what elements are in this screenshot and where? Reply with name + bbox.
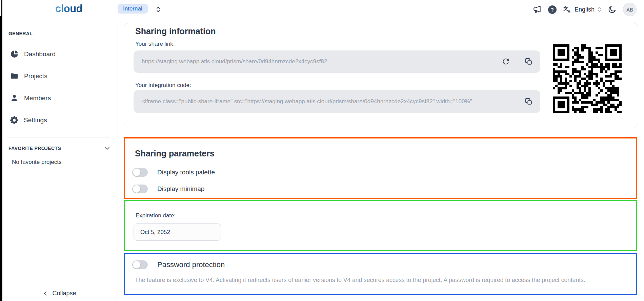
display-tools-palette-toggle[interactable] bbox=[132, 168, 148, 177]
integration-code-input[interactable]: <iframe class="public-share-iframe" src=… bbox=[134, 90, 540, 113]
user-icon bbox=[10, 94, 19, 102]
expiration-date-label: Expiration date: bbox=[136, 212, 176, 219]
screen-edge-strip bbox=[0, 16, 2, 301]
sharing-information-card: Sharing information Your share link: htt… bbox=[124, 23, 638, 127]
sidebar-section-general: GENERAL bbox=[8, 31, 117, 36]
copy-link-button[interactable] bbox=[522, 55, 536, 68]
app-logo[interactable]: cloud bbox=[55, 3, 82, 15]
chevron-left-icon bbox=[43, 291, 48, 297]
top-bar: cloud Internal ? A Engl bbox=[2, 0, 644, 19]
help-icon[interactable]: ? bbox=[548, 5, 557, 14]
share-link-value: https://staging.webapp.atis.cloud/prism/… bbox=[134, 58, 499, 65]
user-avatar[interactable]: AB bbox=[623, 3, 637, 16]
sidebar-divider bbox=[6, 137, 110, 137]
share-link-input[interactable]: https://staging.webapp.atis.cloud/prism/… bbox=[134, 50, 540, 73]
copy-icon bbox=[525, 58, 532, 65]
gear-icon bbox=[10, 116, 18, 124]
qr-code bbox=[553, 44, 622, 113]
environment-selector-icon[interactable] bbox=[156, 5, 161, 14]
folder-icon bbox=[10, 72, 19, 80]
display-minimap-toggle[interactable] bbox=[132, 185, 148, 193]
regenerate-link-button[interactable] bbox=[499, 55, 512, 68]
sidebar-item-dashboard[interactable]: Dashboard bbox=[2, 43, 117, 65]
collapse-label: Collapse bbox=[52, 290, 76, 297]
sidebar-item-label: Members bbox=[24, 94, 51, 102]
expiration-date-input[interactable]: Oct 5, 2052 bbox=[134, 223, 221, 241]
sidebar-item-label: Projects bbox=[24, 72, 47, 80]
toggle-label: Display minimap bbox=[157, 185, 204, 193]
translate-icon: A bbox=[563, 5, 572, 14]
integration-code-value: <iframe class="public-share-iframe" src=… bbox=[134, 98, 522, 105]
copy-icon bbox=[525, 98, 532, 105]
toggle-knob bbox=[133, 185, 140, 193]
toggle-knob bbox=[133, 261, 140, 268]
favorites-empty-text: No favorite projects bbox=[12, 159, 117, 166]
expiration-date-section: Expiration date: Oct 5, 2052 bbox=[124, 200, 637, 251]
sidebar: GENERAL Dashboard Projects Members bbox=[2, 23, 117, 301]
language-selector[interactable]: A English bbox=[563, 5, 601, 14]
password-protection-row: Password protection bbox=[132, 260, 225, 269]
display-tools-palette-row: Display tools palette bbox=[132, 168, 215, 177]
copy-code-button[interactable] bbox=[522, 95, 536, 108]
environment-badge[interactable]: Internal bbox=[118, 4, 148, 14]
chevron-down-icon bbox=[104, 145, 110, 152]
toggle-label: Display tools palette bbox=[157, 169, 215, 176]
collapse-sidebar-button[interactable]: Collapse bbox=[2, 290, 117, 297]
sharing-information-title: Sharing information bbox=[135, 26, 216, 36]
password-protection-description: The feature is exclusive to V4. Activati… bbox=[135, 277, 622, 284]
language-chevron-icon bbox=[597, 6, 601, 13]
sidebar-item-label: Dashboard bbox=[24, 50, 56, 58]
sharing-parameters-section: Sharing parameters Display tools palette… bbox=[124, 137, 637, 199]
pie-chart-icon bbox=[10, 50, 19, 58]
refresh-icon bbox=[502, 58, 509, 65]
share-link-label: Your share link: bbox=[135, 41, 175, 47]
display-minimap-row: Display minimap bbox=[132, 185, 204, 193]
language-label: English bbox=[575, 6, 595, 13]
sidebar-section-favorites: FAVORITE PROJECTS bbox=[8, 146, 61, 151]
svg-text:A: A bbox=[567, 9, 571, 14]
megaphone-icon[interactable] bbox=[533, 5, 542, 14]
sidebar-item-settings[interactable]: Settings bbox=[2, 109, 117, 131]
password-protection-toggle[interactable] bbox=[132, 260, 148, 269]
sidebar-item-projects[interactable]: Projects bbox=[2, 65, 117, 87]
dark-mode-moon-icon[interactable] bbox=[608, 5, 617, 14]
toggle-knob bbox=[133, 169, 140, 176]
integration-code-label: Your integration code: bbox=[135, 82, 191, 89]
sharing-parameters-title: Sharing parameters bbox=[135, 149, 215, 158]
favorite-projects-header[interactable]: FAVORITE PROJECTS bbox=[8, 145, 110, 152]
password-protection-label: Password protection bbox=[157, 260, 225, 269]
sidebar-item-members[interactable]: Members bbox=[2, 87, 117, 109]
password-protection-section: Password protection The feature is exclu… bbox=[124, 253, 637, 295]
sidebar-item-label: Settings bbox=[24, 116, 47, 124]
